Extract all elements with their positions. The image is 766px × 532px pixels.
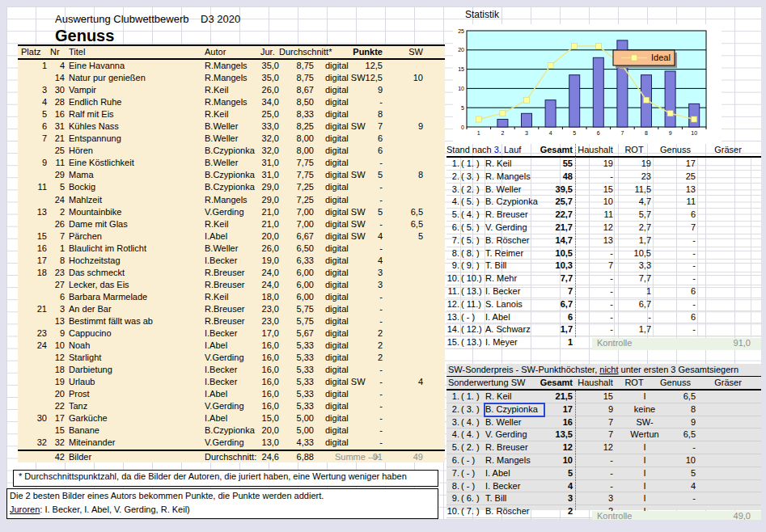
durchschnitt-cell[interactable]: 7,75 [285, 169, 314, 181]
nr-cell[interactable]: 5 [49, 181, 65, 193]
rank-cell[interactable]: 9. [446, 492, 459, 505]
punkte-cell[interactable]: 6 [345, 145, 383, 157]
platz-cell[interactable] [18, 315, 47, 327]
name-cell[interactable]: B. Weller [485, 184, 542, 196]
sw-cell[interactable] [392, 340, 423, 352]
genuss-cell[interactable]: 6,5 [655, 391, 696, 403]
platz-cell[interactable]: 24 [18, 340, 47, 352]
titel-cell[interactable]: Natur pur genießen [69, 72, 205, 84]
punkte-cell[interactable]: - [345, 243, 383, 255]
autor-cell[interactable]: R.Breuser [205, 315, 265, 327]
jur-cell[interactable]: 17,0 [259, 327, 279, 340]
jur-cell[interactable]: 20,0 [259, 424, 279, 437]
gesamt-cell[interactable]: 39,5 [539, 184, 573, 196]
rot-cell[interactable]: - [616, 311, 651, 323]
name-cell[interactable]: I. Abel [485, 311, 542, 323]
nr-cell[interactable]: 32 [49, 437, 65, 449]
sw-cell[interactable] [392, 60, 423, 72]
platz-cell[interactable]: 17 [18, 255, 47, 267]
jur-cell[interactable]: 24,0 [259, 279, 279, 291]
titel-cell[interactable]: Eine Havanna [69, 60, 205, 72]
sw-cell[interactable] [392, 108, 423, 120]
rank-cell[interactable]: 2. [446, 171, 459, 183]
nr-cell[interactable]: 11 [49, 157, 65, 169]
punkte-cell[interactable]: - [345, 315, 383, 327]
nr-cell[interactable]: 3 [49, 303, 65, 315]
titel-cell[interactable]: Bockig [69, 181, 205, 193]
nr-cell[interactable]: 7 [49, 230, 65, 243]
name-cell[interactable]: I. Becker [485, 285, 542, 298]
durchschnitt-cell[interactable]: 6,00 [285, 267, 314, 279]
previous-place-cell[interactable]: ( 3. ) [461, 403, 485, 416]
genuss-cell[interactable]: - [655, 234, 696, 247]
punkte-cell[interactable]: - [345, 181, 383, 193]
sw-cell[interactable] [392, 388, 423, 400]
previous-place-cell[interactable]: ( 5. ) [461, 222, 485, 234]
sw-cell[interactable] [392, 267, 423, 279]
nr-cell[interactable]: 31 [49, 120, 65, 133]
haushalt-cell[interactable]: - [578, 480, 613, 492]
haushalt-cell[interactable]: 7 [578, 260, 613, 272]
chart-legend[interactable]: Ideal [613, 50, 677, 68]
previous-place-cell[interactable]: ( 12.) [461, 323, 485, 336]
genuss-cell[interactable]: 10 [655, 454, 696, 467]
genuss-cell[interactable]: - [655, 272, 696, 285]
platz-cell[interactable] [18, 364, 47, 376]
nr-cell[interactable]: 2 [49, 206, 65, 218]
platz-cell[interactable] [18, 218, 47, 230]
name-cell[interactable]: R. Keil [485, 158, 542, 170]
name-cell[interactable]: I. Becker [485, 480, 542, 492]
platz-cell[interactable] [18, 451, 47, 463]
name-cell[interactable]: I. Abel [485, 467, 542, 479]
durchschnitt-cell[interactable]: 5,33 [285, 388, 314, 400]
nr-cell[interactable]: 17 [49, 412, 65, 424]
rank-cell[interactable]: 7. [446, 467, 459, 479]
autor-cell[interactable]: I.Abel [205, 340, 265, 352]
platz-cell[interactable] [18, 400, 47, 412]
platz-cell[interactable] [18, 376, 47, 388]
genuss-cell[interactable]: 6 [655, 209, 696, 221]
titel-cell[interactable]: Tanz [69, 400, 205, 412]
previous-place-cell[interactable]: ( 1. ) [461, 158, 485, 170]
haushalt-cell[interactable]: 7 [578, 416, 613, 429]
jur-cell[interactable]: 16,0 [259, 352, 279, 364]
titel-cell[interactable]: Bilder [69, 451, 205, 463]
rot-cell[interactable]: 1 [616, 285, 651, 298]
jur-cell[interactable]: 16,0 [259, 388, 279, 400]
durchschnitt-cell[interactable]: 8,00 [285, 145, 314, 157]
jur-cell[interactable]: 33,0 [259, 120, 279, 133]
durchschnitt-cell[interactable]: 5,75 [285, 303, 314, 315]
platz-cell[interactable]: 18 [18, 267, 47, 279]
durchschnitt-cell[interactable]: 6,00 [285, 279, 314, 291]
haushalt-cell[interactable]: 13 [578, 234, 613, 247]
genuss-cell[interactable]: - [655, 441, 696, 454]
previous-place-cell[interactable]: ( 4. ) [461, 209, 485, 221]
jur-cell[interactable]: 16,0 [259, 376, 279, 388]
jur-cell[interactable]: 19,0 [259, 255, 279, 267]
durchschnitt-cell[interactable]: 8,50 [285, 96, 314, 108]
jur-cell[interactable]: 16,0 [259, 340, 279, 352]
punkte-cell[interactable]: - [345, 400, 383, 412]
genuss-cell[interactable]: 6 [655, 311, 696, 323]
previous-place-cell[interactable]: ( 13.) [461, 336, 485, 348]
nr-cell[interactable]: 1 [49, 243, 65, 255]
punkte-cell[interactable]: - [345, 364, 383, 376]
previous-place-cell[interactable]: ( 11.) [461, 298, 485, 310]
jur-cell[interactable]: 35,0 [259, 60, 279, 72]
haushalt-cell[interactable]: 12 [578, 441, 613, 454]
graeser-cell[interactable] [699, 171, 751, 183]
jur-cell[interactable]: 23,0 [259, 315, 279, 327]
sw-cell[interactable] [392, 145, 423, 157]
titel-cell[interactable]: Ralf mit Eis [69, 108, 205, 120]
titel-cell[interactable]: Eine Köstlichkeit [69, 157, 205, 169]
durchschnitt-cell[interactable]: 5,33 [285, 364, 314, 376]
gesamt-cell[interactable]: 10,5 [539, 247, 573, 260]
sw-cell[interactable] [392, 364, 423, 376]
sw-cell[interactable] [392, 400, 423, 412]
name-cell[interactable]: B. Weller [485, 416, 542, 429]
sw-cell[interactable] [392, 437, 423, 449]
gesamt-cell[interactable]: 7 [539, 285, 573, 298]
autor-cell[interactable]: V.Gerding [205, 437, 265, 449]
sw-cell[interactable]: 10 [392, 72, 423, 84]
durchschnitt-cell[interactable]: 8,75 [285, 60, 314, 72]
